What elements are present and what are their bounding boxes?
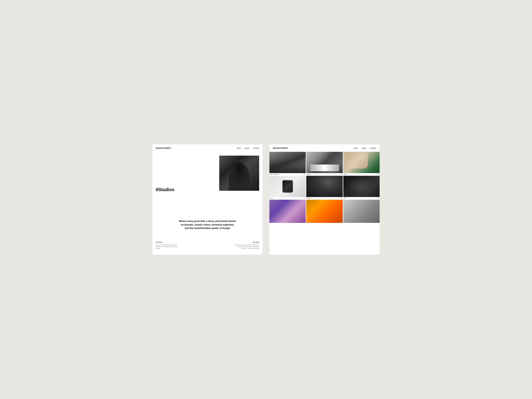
- left-panel: Opulent.Studio® Work About Contact 6Stud…: [152, 144, 263, 255]
- info-6studios: 6Studios 2024: [306, 197, 342, 199]
- left-logo: Opulent.Studio®: [156, 147, 171, 149]
- left-nav-work[interactable]: Work: [237, 147, 241, 149]
- task-label: Our Task: [156, 241, 180, 243]
- thumb-333: [343, 176, 380, 197]
- year-porsche: 2024: [340, 174, 342, 175]
- info-oculus: Oculus 2024: [269, 197, 306, 199]
- thumb-6studios: [306, 176, 342, 197]
- left-nav: Opulent.Studio® Work About Contact: [152, 144, 263, 152]
- label-horizon: Horizon Architects: [270, 174, 278, 175]
- year-333: 2024: [377, 198, 379, 199]
- grid-cell-6studios[interactable]: 6Studios 2024: [306, 176, 342, 199]
- grid-row-2: Oculus 2024 6Studios 2024: [269, 176, 380, 199]
- year-adidas: 2024: [377, 174, 379, 175]
- left-nav-links: Work About Contact: [237, 147, 259, 149]
- grid-cell-model1[interactable]: [269, 200, 306, 223]
- thumb-porsche: [306, 152, 342, 173]
- info-porsche: Porsche 2024: [306, 173, 342, 175]
- thumb-model1: [269, 200, 306, 223]
- left-nav-about[interactable]: About: [245, 147, 249, 149]
- grid-cell-model3[interactable]: [343, 200, 380, 223]
- right-nav: Opulent.Studio® Work About Contact: [269, 144, 380, 152]
- grid-cell-333[interactable]: 333 2024: [343, 176, 380, 199]
- thumb-model3: [343, 200, 380, 223]
- grid-cell-horizon[interactable]: Horizon Architects 2024: [269, 152, 306, 175]
- right-logo: Opulent.Studio®: [273, 147, 288, 149]
- right-nav-links: Work About Contact: [354, 147, 376, 149]
- hero-image: [219, 156, 259, 191]
- goal-text: We aim to showcase the diversity and bea…: [234, 244, 259, 249]
- bottom-goal-col: Our Goal We aim to showcase the diversit…: [234, 241, 259, 249]
- label-oculus: Oculus: [270, 198, 273, 199]
- left-nav-contact[interactable]: Contact: [253, 147, 259, 149]
- thumb-oculus: [269, 176, 306, 197]
- grid-cell-oculus[interactable]: Oculus 2024: [269, 176, 306, 199]
- info-horizon: Horizon Architects 2024: [269, 173, 306, 175]
- year-6studios: 2024: [340, 198, 342, 199]
- right-nav-about[interactable]: About: [361, 147, 366, 149]
- grid-cell-porsche[interactable]: Porsche 2024: [306, 152, 342, 175]
- info-333: 333 2024: [343, 197, 380, 199]
- label-adidas: Adidas: [344, 174, 347, 175]
- panel-tagline: Where every pose tells a story, and beau…: [179, 219, 236, 230]
- panel-title: 6Studios: [156, 187, 174, 192]
- two-panels-container: Opulent.Studio® Work About Contact 6Stud…: [152, 144, 380, 255]
- label-6studios: 6Studios: [307, 198, 311, 199]
- grid-row-1: Horizon Architects 2024 Porsche 2024: [269, 152, 380, 175]
- thumb-adidas: [343, 152, 380, 173]
- page-background: Opulent.Studio® Work About Contact 6Stud…: [0, 0, 532, 399]
- grid-cell-adidas[interactable]: Adidas 2024: [343, 152, 380, 175]
- right-panel: Opulent.Studio® Work About Contact Horiz…: [269, 144, 380, 255]
- left-panel-body: 6Studios Where every pose tells a story,…: [152, 152, 263, 255]
- thumb-horizon: [269, 152, 306, 173]
- bottom-task-col: Our Task Create stunning portfolios for …: [156, 241, 180, 249]
- label-333: 333: [344, 198, 345, 199]
- info-adidas: Adidas 2024: [343, 173, 380, 175]
- year-horizon: 2024: [303, 174, 305, 175]
- hero-image-container: [219, 156, 259, 191]
- portfolio-grid: Horizon Architects 2024 Porsche 2024: [269, 152, 380, 255]
- year-oculus: 2024: [303, 198, 305, 199]
- panel-bottom-row: Our Task Create stunning portfolios for …: [152, 241, 263, 249]
- grid-cell-model2[interactable]: [306, 200, 342, 223]
- right-nav-contact[interactable]: Contact: [370, 147, 376, 149]
- right-nav-work[interactable]: Work: [354, 147, 358, 149]
- task-text: Create stunning portfolios for models th…: [156, 244, 180, 249]
- goal-label: Our Goal: [234, 241, 259, 243]
- thumb-model2: [306, 200, 342, 223]
- grid-row-3: [269, 200, 380, 223]
- label-porsche: Porsche: [307, 174, 311, 175]
